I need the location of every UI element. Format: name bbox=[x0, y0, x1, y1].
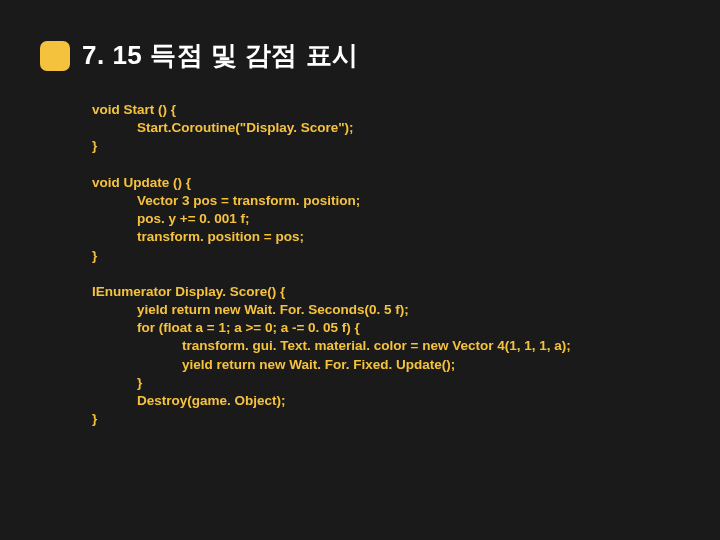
code-line: yield return new Wait. For. Seconds(0. 5… bbox=[92, 301, 680, 319]
bullet-square-icon bbox=[40, 41, 70, 71]
code-line: void Update () { bbox=[92, 174, 680, 192]
code-line: pos. y += 0. 001 f; bbox=[92, 210, 680, 228]
code-block: IEnumerator Display. Score() { yield ret… bbox=[92, 283, 680, 429]
code-line: Vector 3 pos = transform. position; bbox=[92, 192, 680, 210]
code-line: } bbox=[92, 410, 680, 428]
slide-title: 7. 15 득점 및 감점 표시 bbox=[82, 38, 359, 73]
code-line: void Start () { bbox=[92, 101, 680, 119]
code-line: } bbox=[92, 374, 680, 392]
code-area: void Start () { Start.Coroutine("Display… bbox=[92, 101, 680, 429]
slide: 7. 15 득점 및 감점 표시 void Start () { Start.C… bbox=[0, 0, 720, 540]
code-line: } bbox=[92, 247, 680, 265]
title-row: 7. 15 득점 및 감점 표시 bbox=[40, 38, 680, 73]
code-line: transform. position = pos; bbox=[92, 228, 680, 246]
code-line: IEnumerator Display. Score() { bbox=[92, 283, 680, 301]
code-line: Destroy(game. Object); bbox=[92, 392, 680, 410]
code-line: } bbox=[92, 137, 680, 155]
code-block: void Start () { Start.Coroutine("Display… bbox=[92, 101, 680, 156]
code-line: Start.Coroutine("Display. Score"); bbox=[92, 119, 680, 137]
code-line: transform. gui. Text. material. color = … bbox=[92, 337, 680, 355]
code-line: yield return new Wait. For. Fixed. Updat… bbox=[92, 356, 680, 374]
code-block: void Update () { Vector 3 pos = transfor… bbox=[92, 174, 680, 265]
code-line: for (float a = 1; a >= 0; a -= 0. 05 f) … bbox=[92, 319, 680, 337]
